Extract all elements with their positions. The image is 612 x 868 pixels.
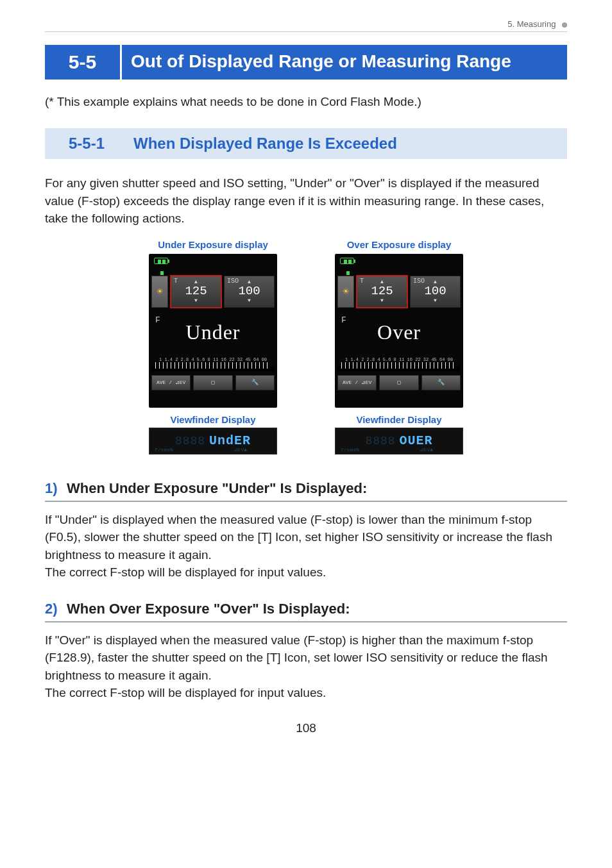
shutter-value: 125 [357,285,407,297]
running-header: 5. Measuring [45,19,567,29]
over-caption: Over Exposure display [332,239,466,250]
step2-body-line2: The correct F-stop will be displayed for… [45,686,326,699]
f-label: F [155,315,160,325]
aperture-scale-labels: 1 1.4 2 2.8 4 5.6 8 11 16 22 32 45 64 90 [151,357,275,362]
battery-icon [340,258,354,264]
iso-value: 100 [225,285,274,297]
memory-icon: ▢ [193,375,232,390]
over-lcd-screen: ☀ T ▲ 125 ▼ ISO ▲ 100 ▼ F Over [335,254,463,408]
under-viewfinder-caption: Viewfinder Display [146,414,280,425]
step1-title: When Under Exposure "Under" Is Displayed… [67,480,367,496]
viewfinder-small-label2: ⊿EV▲ [420,447,433,453]
under-big-text: Under [151,321,275,344]
viewfinder-small-label2: ⊿EV▲ [234,447,247,453]
step2-number: 2) [45,601,58,617]
shutter-box: T ▲ 125 ▼ [171,276,221,308]
section-title: Out of Displayed Range or Measuring Rang… [122,45,567,79]
shutter-label: T [174,278,178,285]
iso-label: ISO [227,278,239,285]
aperture-scale-ticks [337,362,461,371]
viewfinder-dim-digits: 8888 [365,435,395,447]
settings-wrench-icon: 🔧 [421,375,461,390]
section-number: 5-5 [45,45,122,79]
down-arrow-icon: ▼ [357,298,407,303]
step1-body-line2: The correct F-stop will be displayed for… [45,565,326,579]
under-viewfinder: 8888 UndER f/sms% ⊿EV▲ [149,428,277,455]
battery-icon [154,258,168,264]
over-viewfinder: 8888 OUER f/sms% ⊿EV▲ [335,428,463,455]
subsection-header: 5-5-1 When Displayed Range Is Exceeded [45,128,567,159]
under-column: Under Exposure display ☀ T ▲ 125 ▼ ISO ▲ [146,239,280,455]
subsection-title: When Displayed Range Is Exceeded [128,128,567,159]
viewfinder-small-label: f/sms% [155,447,173,453]
step2-body: If "Over" is displayed when the measured… [45,631,567,702]
running-header-text: 5. Measuring [507,19,556,29]
under-caption: Under Exposure display [146,239,280,250]
page-number: 108 [45,721,567,735]
step1-body-line1: If "Under" is displayed when the measure… [45,513,552,562]
section-header-main: 5-5 Out of Displayed Range or Measuring … [45,45,567,79]
down-arrow-icon: ▼ [171,298,221,303]
step2-body-line1: If "Over" is displayed when the measured… [45,633,548,682]
over-column: Over Exposure display ☀ T ▲ 125 ▼ ISO ▲ [332,239,466,455]
running-header-rule [45,31,567,32]
aperture-scale-ticks [151,362,275,371]
ave-ev-button: AVE / ⊿EV [151,375,191,390]
iso-box: ISO ▲ 100 ▼ [224,276,275,308]
under-lcd-screen: ☀ T ▲ 125 ▼ ISO ▲ 100 ▼ F Under [149,254,277,408]
iso-label: ISO [413,278,425,285]
document-page: 5. Measuring 5-5 Out of Displayed Range … [0,0,612,761]
settings-wrench-icon: 🔧 [235,375,275,390]
display-examples-row: Under Exposure display ☀ T ▲ 125 ▼ ISO ▲ [45,239,567,455]
subsection-number: 5-5-1 [45,128,128,159]
shutter-box: T ▲ 125 ▼ [357,276,407,308]
step1-body: If "Under" is displayed when the measure… [45,511,567,581]
ambient-mode-icon: ☀ [337,276,354,308]
running-header-bullet-icon [562,22,567,28]
viewfinder-dim-digits: 8888 [175,435,205,447]
over-viewfinder-caption: Viewfinder Display [332,414,466,425]
mode-note: (* This example explains what needs to b… [45,95,567,109]
step1-header: 1) When Under Exposure "Under" Is Displa… [45,480,567,502]
step2-title: When Over Exposure "Over" Is Displayed: [67,601,350,617]
f-label: F [341,315,346,325]
intro-paragraph: For any given shutter speed and ISO sett… [45,174,567,228]
down-arrow-icon: ▼ [225,298,274,303]
step1-number: 1) [45,480,58,496]
shutter-label: T [360,278,364,285]
iso-box: ISO ▲ 100 ▼ [410,276,461,308]
over-big-text: Over [337,321,461,344]
shutter-value: 125 [171,285,221,297]
memory-icon: ▢ [379,375,418,390]
iso-value: 100 [411,285,460,297]
step2-header: 2) When Over Exposure "Over" Is Displaye… [45,601,567,622]
down-arrow-icon: ▼ [411,298,460,303]
viewfinder-small-label: f/sms% [341,447,359,453]
aperture-scale-labels: 1 1.4 2 2.8 4 5.6 8 11 16 22 32 45 64 90 [337,357,461,362]
ave-ev-button: AVE / ⊿EV [337,375,377,390]
ambient-mode-icon: ☀ [151,276,168,308]
